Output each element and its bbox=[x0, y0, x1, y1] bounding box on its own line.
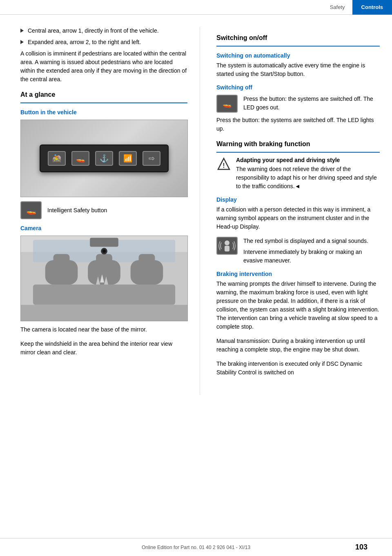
vehicle-btn-2: 🚤 bbox=[71, 151, 89, 166]
camera-heading: Camera bbox=[20, 225, 187, 231]
vehicle-btn-3: ⚓ bbox=[95, 151, 113, 166]
switching-divider bbox=[216, 46, 380, 47]
svg-rect-4 bbox=[53, 254, 70, 266]
svg-rect-13 bbox=[21, 305, 187, 321]
vehicle-button-image: 🚵 🚤 ⚓ 📶 ⇨ bbox=[20, 120, 188, 197]
bullet-text-1: Central area, arrow 1, directly in front… bbox=[28, 27, 159, 35]
svg-text:!: ! bbox=[223, 162, 225, 169]
at-a-glance-heading: At a glance bbox=[20, 91, 187, 98]
vehicle-btn-1: 🚵 bbox=[48, 151, 66, 166]
footer-page-number: 103 bbox=[355, 543, 368, 552]
warning-braking-heading: Warning with braking function bbox=[216, 140, 380, 148]
camera-para2: Keep the windshield in the area behind t… bbox=[20, 340, 187, 357]
camera-image bbox=[20, 236, 188, 321]
warning-divider bbox=[216, 152, 380, 153]
person-sound-svg bbox=[217, 238, 237, 254]
button-in-vehicle-heading: Button in the vehicle bbox=[20, 109, 187, 116]
svg-rect-9 bbox=[33, 285, 175, 305]
right-column: Switching on/off Switching on automatica… bbox=[200, 27, 392, 395]
at-a-glance-divider bbox=[20, 102, 187, 103]
footer-edition-text: Online Edition for Part no. 01 40 2 926 … bbox=[142, 545, 250, 550]
bullet-item-1: Central area, arrow 1, directly in front… bbox=[20, 27, 187, 35]
bullet-item-2: Expanded area, arrow 2, to the right and… bbox=[20, 38, 187, 47]
display-para: If a collision with a person detected in… bbox=[216, 205, 380, 231]
intelligent-safety-icon: 🚤 bbox=[20, 201, 42, 219]
braking-para2: Manual transmission: During a braking in… bbox=[216, 337, 380, 354]
bullet-arrow-icon-1 bbox=[20, 29, 24, 33]
page-footer: Online Edition for Part no. 01 40 2 926 … bbox=[0, 538, 392, 556]
braking-para1: The warning prompts the driver himself t… bbox=[216, 280, 380, 331]
braking-intervention-heading: Braking intervention bbox=[216, 271, 380, 277]
switching-onoff-heading: Switching on/off bbox=[216, 34, 380, 42]
switching-off-icon: 🚤 bbox=[216, 95, 238, 113]
header-safety-label: Safety bbox=[323, 0, 352, 15]
bullet-arrow-icon-2 bbox=[20, 40, 24, 44]
camera-para1: The camera is located near the base of t… bbox=[20, 325, 187, 334]
switching-off-icon-row: 🚤 Press the button: the systems are swit… bbox=[216, 95, 380, 113]
svg-point-12 bbox=[102, 250, 106, 253]
warning-triangle-icon: ! bbox=[216, 157, 231, 171]
svg-rect-8 bbox=[139, 254, 155, 266]
header-controls-label: Controls bbox=[352, 0, 392, 15]
svg-rect-21 bbox=[225, 246, 229, 251]
button-panel-illustration: 🚵 🚤 ⚓ 📶 ⇨ bbox=[21, 120, 187, 197]
bullet-text-2: Expanded area, arrow 2, to the right and… bbox=[28, 38, 141, 47]
intelligent-safety-icon-row: 🚤 Intelligent Safety button bbox=[20, 201, 187, 219]
switching-off-heading: Switching off bbox=[216, 84, 380, 91]
switching-off-para2: Press the button: the systems are switch… bbox=[216, 116, 380, 133]
vehicle-btn-5: ⇨ bbox=[143, 151, 160, 166]
main-content: Central area, arrow 1, directly in front… bbox=[0, 15, 392, 395]
display-icon-para1: The red symbol is displayed and a signal… bbox=[243, 237, 380, 245]
braking-para3: The braking intervention is executed onl… bbox=[216, 360, 380, 377]
warning-box: ! Adapting your speed and driving style … bbox=[216, 157, 380, 191]
display-icon-row: The red symbol is displayed and a signal… bbox=[216, 237, 380, 265]
warning-adapt-title: Adapting your speed and driving style bbox=[236, 157, 380, 163]
camera-illustration bbox=[21, 236, 187, 321]
triangle-svg: ! bbox=[217, 157, 231, 171]
display-person-icon bbox=[216, 237, 238, 255]
intelligent-safety-label: Intelligent Safety button bbox=[47, 207, 107, 214]
switching-on-auto-para: The system is automatically active every… bbox=[216, 61, 380, 78]
collision-paragraph: A collision is imminent if pedestrians a… bbox=[20, 49, 187, 84]
display-heading: Display bbox=[216, 196, 380, 203]
svg-point-20 bbox=[225, 240, 229, 245]
switching-off-para1: Press the button: the systems are switch… bbox=[243, 95, 380, 112]
vehicle-btn-4: 📶 bbox=[119, 151, 137, 166]
switching-on-auto-heading: Switching on automatically bbox=[216, 52, 380, 59]
page-header: Safety Controls bbox=[0, 0, 392, 15]
left-column: Central area, arrow 1, directly in front… bbox=[0, 27, 200, 395]
display-icon-text: The red symbol is displayed and a signal… bbox=[243, 237, 380, 265]
warning-text-container: Adapting your speed and driving style Th… bbox=[236, 157, 380, 191]
svg-rect-10 bbox=[90, 238, 118, 247]
svg-rect-6 bbox=[96, 254, 112, 266]
warning-adapt-para: The warning does not relieve the driver … bbox=[236, 166, 377, 189]
display-icon-para2: Intervene immediately by braking or maki… bbox=[243, 248, 380, 265]
camera-svg bbox=[21, 236, 187, 321]
